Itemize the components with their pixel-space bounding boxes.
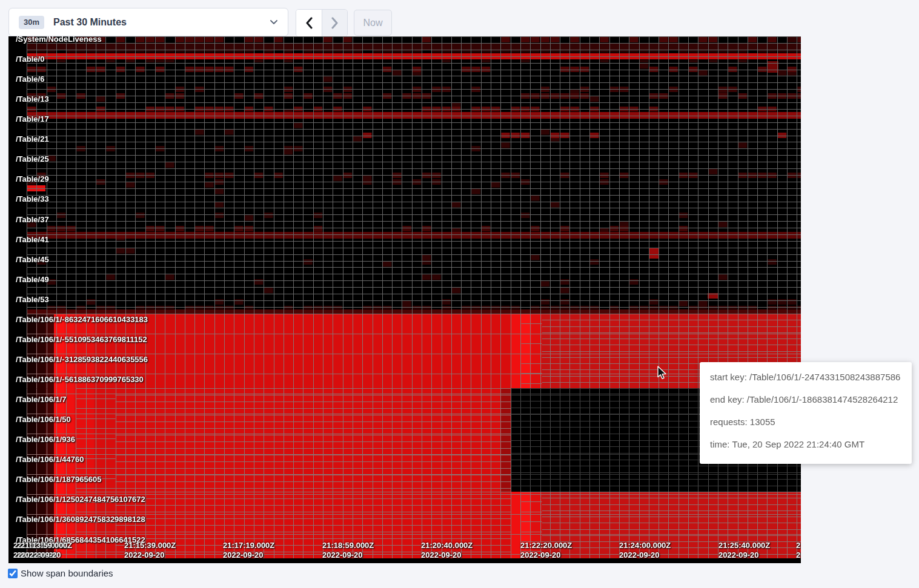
prev-time-button[interactable]	[296, 10, 322, 36]
tooltip-start-key: start key: /Table/106/1/-247433150824388…	[710, 371, 901, 383]
time-range-label: Past 30 Minutes	[53, 17, 127, 28]
key-visualizer-heatmap[interactable]	[8, 36, 801, 563]
time-range-select[interactable]: 30m Past 30 Minutes	[8, 8, 288, 36]
chevron-left-icon	[305, 17, 313, 29]
show-span-boundaries-label: Show span boundaries	[21, 568, 113, 578]
show-span-boundaries-control: Show span boundaries	[8, 568, 113, 578]
time-nav-group	[296, 9, 348, 37]
show-span-boundaries-checkbox[interactable]	[8, 569, 18, 578]
time-range-badge: 30m	[19, 16, 44, 29]
next-time-button[interactable]	[322, 10, 347, 36]
chevron-down-icon	[270, 19, 278, 25]
hover-tooltip: start key: /Table/106/1/-247433150824388…	[700, 362, 912, 464]
chevron-right-icon	[331, 17, 339, 29]
heatmap-panel: /System/NodeLiveness/Table/0/Table/6/Tab…	[8, 36, 801, 563]
tooltip-time: time: Tue, 20 Sep 2022 21:24:40 GMT	[710, 438, 901, 450]
now-button[interactable]: Now	[354, 10, 392, 36]
tooltip-end-key: end key: /Table/106/1/-18683814745282642…	[710, 394, 901, 405]
tooltip-requests: requests: 13055	[710, 416, 901, 428]
